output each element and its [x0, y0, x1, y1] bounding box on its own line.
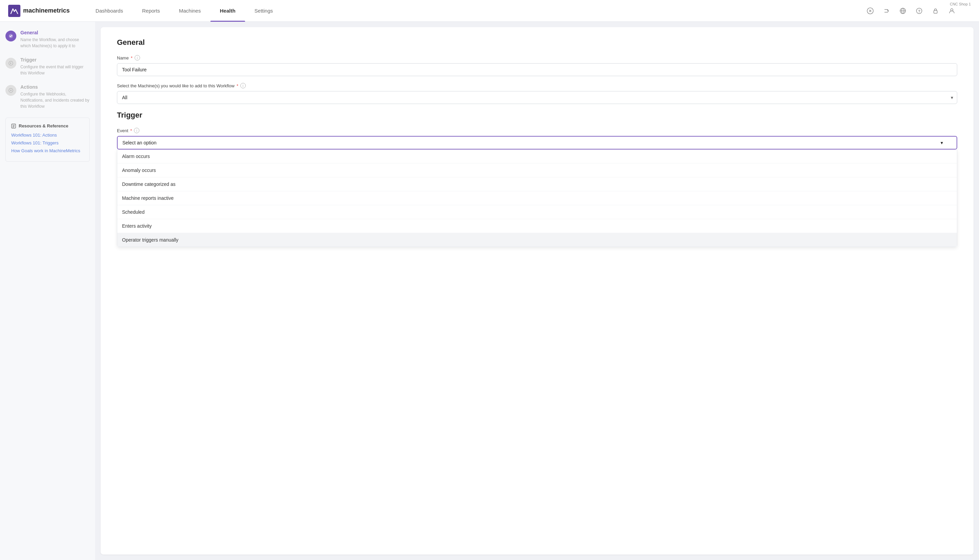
option-alarm-occurs[interactable]: Alarm occurs	[117, 150, 957, 163]
step-trigger-title: Trigger	[20, 57, 90, 63]
logo-text: machinemetrics	[23, 7, 70, 14]
step-trigger-icon	[5, 58, 16, 68]
step-general-content: General Name the Workflow, and choose wh…	[20, 30, 90, 49]
machines-info-icon[interactable]: i	[240, 83, 246, 88]
svg-text:?: ?	[918, 9, 921, 13]
step-actions-title: Actions	[20, 84, 90, 90]
step-general[interactable]: General Name the Workflow, and choose wh…	[5, 30, 90, 49]
main-content: General Name * i Select the Machine(s) y…	[101, 27, 974, 555]
name-field-label: Name * i	[117, 55, 957, 60]
link-goals-machinemetrics[interactable]: How Goals work in MachineMetrics	[11, 148, 84, 153]
option-anomaly-occurs[interactable]: Anomaly occurs	[117, 163, 957, 177]
username: CNC Shop 1	[950, 2, 971, 6]
main-nav: Dashboards Reports Machines Health Setti…	[86, 0, 865, 22]
event-field-label: Event * i	[117, 128, 957, 133]
option-enters-activity[interactable]: Enters activity	[117, 219, 957, 233]
event-chevron-icon: ▾	[941, 140, 943, 145]
link-workflows-actions[interactable]: Workflows 101: Actions	[11, 133, 84, 138]
shuffle-icon[interactable]	[881, 5, 892, 16]
nav-reports[interactable]: Reports	[133, 0, 170, 22]
event-select-value: Select an option	[122, 140, 156, 145]
option-scheduled[interactable]: Scheduled	[117, 205, 957, 219]
event-select-wrapper: Select an option ▾ Alarm occurs Anomaly …	[117, 136, 957, 150]
svg-rect-9	[934, 10, 937, 13]
step-actions-desc: Configure the Webhooks, Notifications, a…	[20, 91, 90, 109]
option-downtime-categorized[interactable]: Downtime categorized as	[117, 177, 957, 191]
name-input[interactable]	[117, 63, 957, 76]
nav-dashboards[interactable]: Dashboards	[86, 0, 133, 22]
step-actions-icon	[5, 85, 16, 96]
layout: General Name the Workflow, and choose wh…	[0, 22, 979, 560]
nav-machines[interactable]: Machines	[170, 0, 210, 22]
filter-icon[interactable]	[865, 5, 876, 16]
logo-icon	[8, 5, 20, 17]
event-info-icon[interactable]: i	[134, 128, 139, 133]
name-required: *	[131, 55, 133, 60]
general-section: General Name * i Select the Machine(s) y…	[117, 38, 957, 104]
machines-field-label: Select the Machine(s) you would like to …	[117, 83, 957, 88]
nav-settings[interactable]: Settings	[245, 0, 282, 22]
step-actions-content: Actions Configure the Webhooks, Notifica…	[20, 84, 90, 109]
machines-select[interactable]: All Machine 1 Machine 2 Machine 3	[117, 91, 957, 104]
machines-select-wrapper: All Machine 1 Machine 2 Machine 3 ▾	[117, 91, 957, 104]
nav-health[interactable]: Health	[210, 0, 245, 22]
sidebar: General Name the Workflow, and choose wh…	[0, 22, 95, 560]
machines-required: *	[237, 83, 238, 88]
option-machine-reports-inactive[interactable]: Machine reports inactive	[117, 191, 957, 205]
step-actions[interactable]: Actions Configure the Webhooks, Notifica…	[5, 84, 90, 109]
event-required: *	[130, 128, 132, 133]
globe-icon[interactable]	[897, 5, 908, 16]
step-trigger-content: Trigger Configure the event that will tr…	[20, 57, 90, 76]
resources-title: Resources & Reference	[11, 123, 84, 128]
topbar-icons: ?	[865, 5, 957, 16]
user-icon[interactable]	[946, 5, 957, 16]
trigger-section: Trigger Event * i Select an option ▾ Ala…	[117, 111, 957, 150]
step-trigger-desc: Configure the event that will trigger th…	[20, 64, 90, 76]
trigger-section-title: Trigger	[117, 111, 957, 120]
event-select-trigger[interactable]: Select an option ▾	[117, 136, 957, 150]
step-general-icon	[5, 31, 16, 42]
lock-icon[interactable]	[930, 5, 941, 16]
svg-point-14	[10, 90, 12, 91]
link-workflows-triggers[interactable]: Workflows 101: Triggers	[11, 140, 84, 145]
resources-box: Resources & Reference Workflows 101: Act…	[5, 118, 90, 162]
step-trigger[interactable]: Trigger Configure the event that will tr…	[5, 57, 90, 76]
resources-icon	[11, 124, 16, 128]
step-general-title: General	[20, 30, 90, 35]
option-operator-triggers-manually[interactable]: Operator triggers manually	[117, 233, 957, 247]
step-general-desc: Name the Workflow, and choose which Mach…	[20, 37, 90, 49]
topbar: machinemetrics Dashboards Reports Machin…	[0, 0, 979, 22]
general-section-title: General	[117, 38, 957, 47]
name-info-icon[interactable]: i	[135, 55, 140, 60]
event-dropdown-menu: Alarm occurs Anomaly occurs Downtime cat…	[117, 150, 957, 247]
logo[interactable]: machinemetrics	[8, 5, 70, 17]
help-icon[interactable]: ?	[914, 5, 925, 16]
